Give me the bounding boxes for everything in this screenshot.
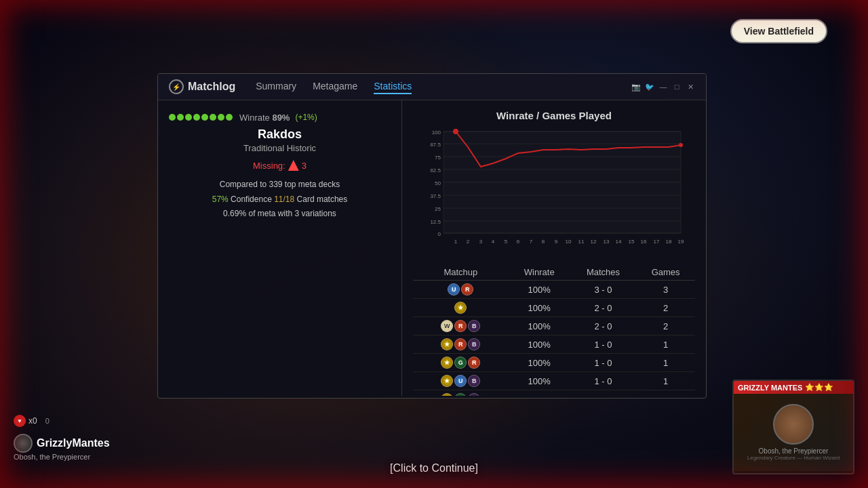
winrate-cell-3: 100% [509,336,570,354]
table-row: ★UB100%1 - 01 [413,372,695,390]
winrate-pip-5 [210,114,216,121]
resource-icons: ♥ x0 0 [14,415,50,427]
red-mana-symbol: R [461,283,473,296]
matchup-cell-1: ★ [413,299,509,317]
games-cell-0: 3 [636,281,695,299]
tab-summary[interactable]: Summary [256,79,296,94]
winrate-pip-1 [177,114,184,121]
table-row: ★GB100%1 - 01 [413,390,695,396]
streamer-cam: GRIZZLY MANTES ⭐⭐⭐ Obosh, the Preypierce… [732,380,854,474]
svg-text:62.5: 62.5 [430,167,441,174]
maximize-button[interactable]: □ [672,82,682,92]
meta-info: Compared to 339 top meta decks 57% Confi… [169,178,391,222]
chart-start-dot [453,129,458,134]
svg-text:50: 50 [435,180,441,186]
missing-row: Missing: 3 [169,160,391,171]
svg-text:25: 25 [435,206,441,212]
main-panel: ⚡ Matchlog Summary Metagame Statistics 📷… [157,73,707,399]
twitter-icon[interactable]: 🐦 [645,82,654,92]
svg-text:19: 19 [678,239,684,245]
gold-mana-symbol: ★ [441,375,453,387]
table-row: ★RB100%1 - 01 [413,336,695,354]
matchup-cell-0: UR [413,281,509,299]
gold-mana-symbol: ★ [454,302,467,314]
winrate-value: Winrate 89% [239,113,290,123]
missing-triangle-icon [288,160,299,171]
deck-format: Traditional Historic [169,143,391,153]
confidence-label: Confidence [231,195,272,204]
black-mana-symbol: B [468,338,480,350]
camera-icon[interactable]: 📷 [631,82,641,92]
card-matches-value: 11/18 [274,195,294,204]
svg-text:17: 17 [654,239,660,245]
matches-cell-4: 1 - 0 [570,354,637,372]
svg-text:12.5: 12.5 [430,219,441,225]
chart-container: 100 87.5 75 62.5 50 37.5 25 12.5 0 1 2 3… [413,128,695,253]
view-battlefield-button[interactable]: View Battlefield [730,19,827,43]
games-cell-5: 1 [636,372,695,390]
star-icons: ⭐⭐⭐ [805,383,833,392]
matchup-cell-2: WRB [413,317,509,336]
svg-text:11: 11 [578,239,585,245]
matchlog-logo: ⚡ Matchlog [169,79,235,94]
matchup-table: Matchup Winrate Matches Games UR100%3 - … [413,264,695,396]
blue-mana-symbol: U [454,375,467,387]
panel-body: Winrate 89% (+1%) Rakdos Traditional His… [158,100,706,396]
table-body: UR100%3 - 03★100%2 - 02WRB100%2 - 02★RB1… [413,281,695,396]
chart-end-dot [679,143,683,147]
red-mana-symbol: R [468,357,480,369]
red-mana-symbol: R [454,320,467,332]
green-mana-symbol: G [454,357,467,369]
tab-statistics[interactable]: Statistics [374,79,412,94]
red-mana-symbol: R [454,338,467,350]
svg-text:37.5: 37.5 [430,193,441,199]
green-mana-symbol: G [454,393,467,396]
svg-text:12: 12 [591,239,597,245]
panel-header: ⚡ Matchlog Summary Metagame Statistics 📷… [158,74,706,100]
matches-cell-5: 1 - 0 [570,372,637,390]
matchlog-icon: ⚡ [169,79,184,94]
resources-bar: ♥ x0 0 [14,415,50,427]
games-cell-3: 1 [636,336,695,354]
svg-text:100: 100 [432,129,441,136]
svg-text:10: 10 [566,239,572,245]
confidence-value: 57% [212,195,229,204]
svg-text:7: 7 [530,239,533,245]
games-cell-6: 1 [636,390,695,396]
chart-title: Winrate / Games Played [413,110,695,121]
svg-text:1: 1 [454,239,458,245]
close-button[interactable]: ✕ [686,82,695,92]
player-info: GrizzlyMantes Obosh, the Preypiercer [14,434,110,461]
table-row: WRB100%2 - 02 [413,317,695,336]
matches-cell-0: 3 - 0 [570,281,637,299]
black-mana-symbol: B [468,320,480,332]
winrate-pip-3 [193,114,200,121]
streamer-cam-face: Obosh, the Preypiercer Legendary Creatur… [734,394,853,471]
matchup-cell-5: ★UB [413,372,509,390]
streamer-cam-header: GRIZZLY MANTES ⭐⭐⭐ [734,381,853,394]
gold-mana-symbol: ★ [441,357,453,369]
compared-text: Compared to 339 top meta decks [169,178,391,192]
winrate-cell-5: 100% [509,372,570,390]
winrate-pips [169,111,234,123]
missing-label: Missing: [253,161,285,171]
nav-tabs: Summary Metagame Statistics [256,79,412,94]
svg-text:15: 15 [629,239,635,245]
col-matchup: Matchup [413,264,509,281]
games-cell-2: 2 [636,317,695,336]
minimize-button[interactable]: — [658,82,668,92]
svg-text:14: 14 [616,239,622,245]
svg-text:9: 9 [555,239,558,245]
svg-text:4: 4 [492,239,495,245]
table-header-row: Matchup Winrate Matches Games [413,264,695,281]
matchup-cell-6: ★GB [413,390,509,396]
matches-cell-2: 2 - 0 [570,317,637,336]
streamer-creature-type: Legendary Creature — Human Wizard [747,455,840,461]
left-section: Winrate 89% (+1%) Rakdos Traditional His… [158,100,402,396]
table-row: ★100%2 - 02 [413,299,695,317]
life-value: x0 [28,416,37,426]
tab-metagame[interactable]: Metagame [313,79,357,94]
svg-text:3: 3 [479,239,483,245]
click-to-continue[interactable]: [Click to Continue] [390,462,478,474]
winrate-pip-4 [201,114,208,121]
